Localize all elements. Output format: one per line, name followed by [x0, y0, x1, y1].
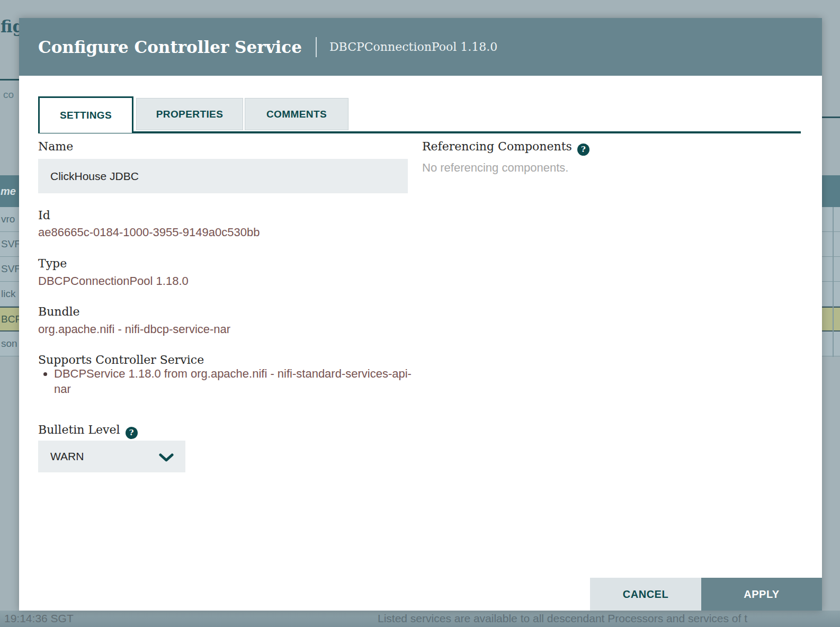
bulletin-level-label-text: Bulletin Level	[38, 423, 120, 436]
tab-comments[interactable]: COMMENTS	[245, 98, 348, 130]
help-icon[interactable]: ?	[577, 144, 589, 156]
id-label: Id	[38, 208, 50, 223]
type-value: DBCPConnectionPool 1.18.0	[38, 273, 189, 289]
background-text-fragment: co	[3, 89, 14, 101]
dialog-title: Configure Controller Service	[38, 38, 302, 57]
title-separator	[316, 37, 317, 57]
bundle-label: Bundle	[38, 304, 80, 320]
tab-settings[interactable]: SETTINGS	[38, 96, 133, 133]
bulletin-level-value: WARN	[50, 450, 84, 463]
supported-service-list: DBCPService 1.18.0 from org.apache.nifi …	[40, 366, 414, 397]
dialog-header: Configure Controller Service DBCPConnect…	[19, 18, 822, 76]
clock-timestamp: 19:14:36 SGT	[4, 612, 74, 625]
name-input[interactable]: ClickHouse JDBC	[38, 159, 408, 193]
footer-note: Listed services are available to all des…	[378, 612, 747, 625]
bulletin-level-label: Bulletin Level?	[38, 422, 138, 439]
background-column-divider	[833, 207, 834, 357]
name-label: Name	[38, 139, 73, 155]
background-heading-fragment: fig	[1, 17, 20, 36]
background-divider-left	[0, 79, 19, 80]
tab-properties[interactable]: PROPERTIES	[136, 98, 243, 130]
supported-service-item: DBCPService 1.18.0 from org.apache.nifi …	[54, 366, 414, 397]
background-column-header-fragment: me	[0, 185, 16, 198]
configure-controller-service-dialog: Configure Controller Service DBCPConnect…	[19, 18, 822, 611]
no-referencing-components-text: No referencing components.	[422, 161, 568, 175]
bulletin-level-dropdown[interactable]: WARN	[38, 441, 185, 472]
id-value: ae86665c-0184-1000-3955-9149a0c530bb	[38, 225, 260, 240]
cancel-button[interactable]: CANCEL	[590, 578, 701, 611]
referencing-components-label-text: Referencing Components	[422, 140, 572, 153]
help-icon[interactable]: ?	[126, 427, 138, 439]
dialog-subtitle: DBCPConnectionPool 1.18.0	[329, 40, 497, 53]
bundle-value: org.apache.nifi - nifi-dbcp-service-nar	[38, 321, 230, 337]
tab-underline	[38, 131, 801, 133]
apply-button[interactable]: APPLY	[701, 578, 822, 611]
chevron-down-icon	[159, 453, 174, 462]
background-divider-right	[822, 117, 840, 118]
referencing-components-label: Referencing Components?	[422, 139, 589, 156]
type-label: Type	[38, 256, 67, 272]
